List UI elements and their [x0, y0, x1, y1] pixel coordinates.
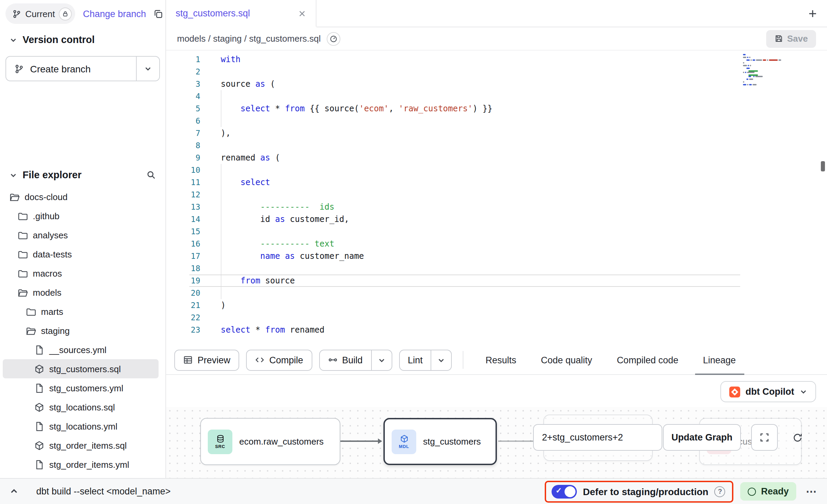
fullscreen-icon [759, 432, 770, 443]
build-button[interactable]: Build [319, 349, 392, 370]
compile-button[interactable]: Compile [246, 349, 312, 370]
code-lines: 1with23source as (45 select * from {{ so… [166, 51, 827, 346]
code-line[interactable]: 6 [166, 115, 827, 127]
line-number: 7 [166, 128, 200, 138]
save-button[interactable]: Save [766, 30, 816, 47]
code-line[interactable]: 21) [166, 299, 827, 311]
dbt-copilot-button[interactable]: dbt Copilot [720, 381, 816, 402]
lint-button-label: Lint [408, 355, 423, 365]
code-text: ---------- ids [221, 202, 334, 212]
help-icon[interactable]: ? [715, 486, 726, 497]
fullscreen-button[interactable] [751, 424, 778, 451]
lint-dropdown[interactable] [431, 350, 451, 370]
tree-item[interactable]: stg_customers.sql [3, 359, 159, 378]
tree-item[interactable]: analyses [0, 225, 165, 244]
copy-icon[interactable] [153, 9, 163, 19]
line-number: 5 [166, 104, 200, 113]
code-line[interactable]: 9renamed as ( [166, 152, 827, 164]
code-line[interactable]: 7), [166, 127, 827, 139]
code-editor[interactable]: 1with23source as (45 select * from {{ so… [166, 51, 827, 346]
tree-item[interactable]: marts [0, 302, 165, 321]
line-number: 8 [166, 141, 200, 150]
defer-toggle[interactable]: ✓ [552, 485, 577, 498]
tree-item[interactable]: stg_locations.yml [0, 417, 165, 436]
create-branch-label: Create branch [30, 63, 91, 74]
tree-item[interactable]: stg_order_items.yml [0, 455, 165, 474]
tree-item[interactable]: __sources.yml [0, 340, 165, 359]
ready-status-icon [748, 487, 756, 495]
tree-item[interactable]: data-tests [0, 244, 165, 264]
refresh-button[interactable] [787, 427, 809, 449]
code-icon [255, 355, 265, 365]
model-icon [34, 402, 44, 412]
update-graph-button[interactable]: Update Graph [663, 424, 741, 451]
code-line[interactable]: 18 [166, 262, 827, 275]
build-dropdown[interactable] [371, 350, 391, 370]
lineage-node-stg-customers[interactable]: MDL stg_customers [383, 418, 497, 465]
current-branch-pill[interactable]: Current [5, 3, 76, 24]
file-explorer-title: File explorer [23, 169, 81, 180]
tree-item[interactable]: stg_order_items.sql [0, 436, 165, 455]
gauge-icon[interactable] [327, 32, 341, 45]
code-line[interactable]: 20 [166, 287, 827, 299]
code-line[interactable]: 16 ---------- text [166, 238, 827, 250]
code-line[interactable]: 13 ---------- ids [166, 201, 827, 213]
code-text: ), [221, 128, 231, 138]
code-line[interactable]: 4 [166, 90, 827, 102]
file-explorer-header[interactable]: File explorer [0, 161, 165, 186]
code-line[interactable]: 14 id as customer_id, [166, 213, 827, 225]
tree-item-label: __sources.yml [49, 345, 107, 355]
tree-item[interactable]: models [0, 283, 165, 302]
lineage-selector-input[interactable]: 2+stg_customers+2 [533, 424, 662, 451]
tree-item[interactable]: staging [0, 321, 165, 340]
code-line[interactable]: 11 select [166, 176, 827, 188]
tree-item[interactable]: macros [0, 264, 165, 283]
tab-compiled-code[interactable]: Compiled code [617, 345, 678, 375]
tree-item[interactable]: stg_customers.yml [0, 378, 165, 397]
lineage-node-source[interactable]: SRC ecom.raw_customers [200, 418, 340, 465]
lint-button[interactable]: Lint [399, 349, 452, 370]
line-number: 12 [166, 190, 200, 199]
dbt-copilot-icon [729, 386, 740, 397]
preview-button[interactable]: Preview [174, 349, 239, 370]
code-text: select * from {{ source('ecom', 'raw_cus… [221, 104, 492, 113]
chevron-up-icon[interactable] [10, 487, 18, 496]
code-line[interactable]: 5 select * from {{ source('ecom', 'raw_c… [166, 102, 827, 115]
code-line[interactable]: 2 [166, 66, 827, 78]
line-number: 1 [166, 55, 200, 64]
change-branch-link[interactable]: Change branch [83, 9, 146, 19]
dbt-cloud-ide: Current Change branch Version control Cr [0, 0, 827, 504]
line-number: 19 [166, 276, 200, 285]
close-icon[interactable] [298, 9, 306, 17]
file-icon [34, 421, 44, 431]
sidebar: Current Change branch Version control Cr [0, 0, 166, 478]
folder-icon [18, 249, 28, 259]
new-tab-button[interactable] [798, 0, 827, 27]
code-line[interactable]: 23select * from renamed [166, 324, 827, 336]
tab-lineage[interactable]: Lineage [703, 345, 736, 375]
tab-results[interactable]: Results [486, 345, 516, 375]
code-line[interactable]: 8 [166, 139, 827, 152]
tree-item[interactable]: docs-cloud [0, 187, 165, 206]
create-branch-dropdown[interactable] [136, 57, 159, 81]
more-menu-button[interactable]: ⋯ [806, 485, 817, 498]
code-line[interactable]: 22 [166, 311, 827, 324]
tab-code-quality[interactable]: Code quality [541, 345, 592, 375]
code-line[interactable]: 10 [166, 164, 827, 176]
tree-item[interactable]: .github [0, 206, 165, 225]
tab-stg-customers-sql[interactable]: stg_customers.sql [166, 0, 316, 27]
code-line[interactable]: 17 name as customer_name [166, 250, 827, 262]
version-control-header[interactable]: Version control [0, 27, 165, 51]
status-badge[interactable]: Ready [741, 482, 796, 501]
tree-item-label: stg_order_items.sql [49, 440, 127, 450]
search-icon[interactable] [146, 170, 156, 180]
lineage-canvas[interactable]: MDL customers SEM cus SRC ecom. [166, 407, 827, 478]
tree-item[interactable]: stg_locations.sql [0, 397, 165, 417]
create-branch-button[interactable]: Create branch [5, 56, 160, 81]
toolbar-divider [463, 351, 464, 369]
code-line[interactable]: 12 [166, 188, 827, 201]
code-line[interactable]: 3source as ( [166, 78, 827, 90]
code-line[interactable]: 1with [166, 53, 827, 66]
code-line[interactable]: 19 from source [166, 275, 827, 287]
code-line[interactable]: 15 [166, 225, 827, 238]
